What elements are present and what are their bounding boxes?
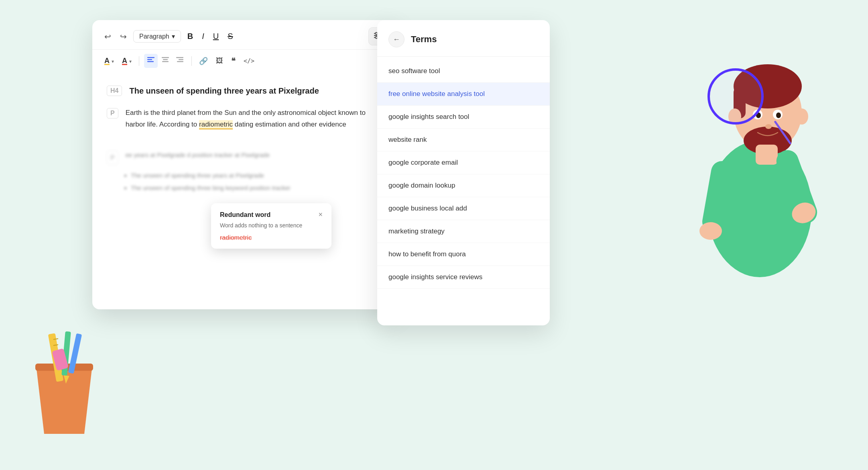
align-left-icon: [147, 56, 155, 64]
align-left-button[interactable]: [144, 54, 158, 68]
scene: ↩ ↪ Paragraph ▾ B I U S: [0, 0, 868, 470]
term-item-0[interactable]: seo software tool: [377, 60, 550, 83]
toolbar-bottom: A ▾ A ▾: [92, 50, 397, 74]
svg-rect-30: [756, 145, 778, 165]
align-center-icon: [161, 56, 169, 64]
svg-point-41: [765, 124, 772, 129]
svg-rect-18: [147, 61, 154, 62]
term-item-8[interactable]: how to benefit from quora: [377, 243, 550, 266]
terms-title: Terms: [411, 34, 437, 45]
paragraph-text-end: dating estimation and other evidence: [235, 121, 346, 128]
align-center-button[interactable]: [159, 54, 172, 68]
term-item-4[interactable]: google corporate email: [377, 151, 550, 174]
align-group: [144, 54, 187, 68]
bold-button[interactable]: B: [185, 30, 195, 43]
back-icon: ←: [393, 35, 400, 44]
term-item-7[interactable]: marketing strategy: [377, 220, 550, 243]
svg-rect-20: [163, 59, 168, 60]
align-right-button[interactable]: [173, 54, 187, 68]
underline-button[interactable]: U: [211, 30, 221, 43]
italic-button[interactable]: I: [199, 30, 207, 43]
svg-point-36: [795, 108, 808, 125]
tooltip-word: radiometric: [220, 234, 252, 241]
link-button[interactable]: 🔗: [197, 55, 210, 67]
redo-button[interactable]: ↪: [118, 30, 129, 43]
tooltip-popup: Redundant word × Word adds nothing to a …: [211, 203, 331, 249]
text-color-dropdown-icon: ▾: [129, 59, 132, 64]
heading-tag: H4: [107, 86, 122, 96]
svg-point-40: [776, 112, 781, 118]
term-item-2[interactable]: google insights search tool: [377, 106, 550, 129]
svg-rect-16: [147, 57, 154, 58]
tooltip-description: Word adds nothing to a sentence: [220, 222, 323, 229]
terms-list: seo software tool free online website an…: [377, 57, 550, 292]
paragraph-tag: P: [107, 108, 118, 119]
toolbar-top: ↩ ↪ Paragraph ▾ B I U S: [92, 20, 397, 50]
svg-rect-17: [147, 59, 152, 60]
blurred-content: P ee years at Pixelgrade d position trac…: [92, 150, 397, 193]
quote-button[interactable]: ❝: [229, 55, 238, 67]
svg-rect-24: [177, 61, 183, 62]
stationery-decoration: [20, 325, 108, 438]
paragraph-label: Paragraph: [139, 33, 169, 40]
bullet-item-2: The unseen of spending three bing keywor…: [131, 183, 383, 193]
term-item-9[interactable]: google insights service reviews: [377, 266, 550, 289]
divider-2: [191, 56, 192, 66]
paragraph-text[interactable]: Earth is the third planet from the Sun a…: [126, 107, 383, 131]
strikethrough-button[interactable]: S: [225, 30, 235, 43]
tooltip-header: Redundant word ×: [220, 210, 323, 219]
svg-rect-23: [179, 59, 183, 60]
term-item-3[interactable]: website rank: [377, 129, 550, 151]
image-button[interactable]: 🖼: [213, 55, 226, 67]
blurred-paragraph-row: P ee years at Pixelgrade d position trac…: [107, 150, 383, 165]
term-item-6[interactable]: google business local add: [377, 197, 550, 220]
undo-button[interactable]: ↩: [102, 30, 114, 43]
terms-panel: ← Terms seo software tool free online we…: [377, 20, 550, 325]
character-svg: [683, 8, 836, 329]
term-item-5[interactable]: google domain lookup: [377, 174, 550, 197]
dropdown-arrow-icon: ▾: [172, 33, 175, 40]
highlight-button[interactable]: A ▾: [102, 55, 116, 67]
magnifier-circle: [707, 68, 764, 125]
highlight-icon: A: [104, 57, 110, 65]
heading-text: The unseen of spending three years at Pi…: [129, 86, 319, 96]
term-item-1[interactable]: free online website analysis tool: [377, 83, 550, 106]
text-color-icon: A: [122, 57, 127, 65]
svg-point-34: [699, 222, 722, 240]
highlight-dropdown-icon: ▾: [112, 59, 114, 64]
heading-row: H4 The unseen of spending three years at…: [107, 86, 383, 96]
code-button[interactable]: </>: [241, 56, 257, 66]
tooltip-title: Redundant word: [220, 211, 270, 219]
tooltip-close-button[interactable]: ×: [318, 210, 323, 219]
highlighted-word: radiometric: [199, 120, 233, 129]
paragraph-select[interactable]: Paragraph ▾: [133, 30, 181, 43]
divider-1: [139, 56, 139, 66]
bullet-list: The unseen of spending three years at Pi…: [131, 170, 383, 193]
blurred-text: ee years at Pixelgrade d position tracke…: [126, 150, 270, 160]
paragraph-row: P Earth is the third planet from the Sun…: [107, 107, 383, 131]
character-illustration: [683, 8, 836, 329]
bullet-item-1: The unseen of spending three years at Pi…: [131, 170, 383, 181]
svg-rect-21: [162, 61, 169, 62]
svg-rect-19: [162, 57, 169, 58]
terms-header: ← Terms: [377, 20, 550, 57]
editor-card: ↩ ↪ Paragraph ▾ B I U S: [92, 20, 397, 309]
align-right-icon: [176, 56, 184, 64]
back-button[interactable]: ←: [388, 31, 405, 47]
blurred-tag-p: P: [107, 151, 118, 165]
editor-content: H4 The unseen of spending three years at…: [92, 74, 397, 150]
svg-rect-22: [176, 57, 183, 58]
text-color-button[interactable]: A ▾: [120, 55, 134, 67]
